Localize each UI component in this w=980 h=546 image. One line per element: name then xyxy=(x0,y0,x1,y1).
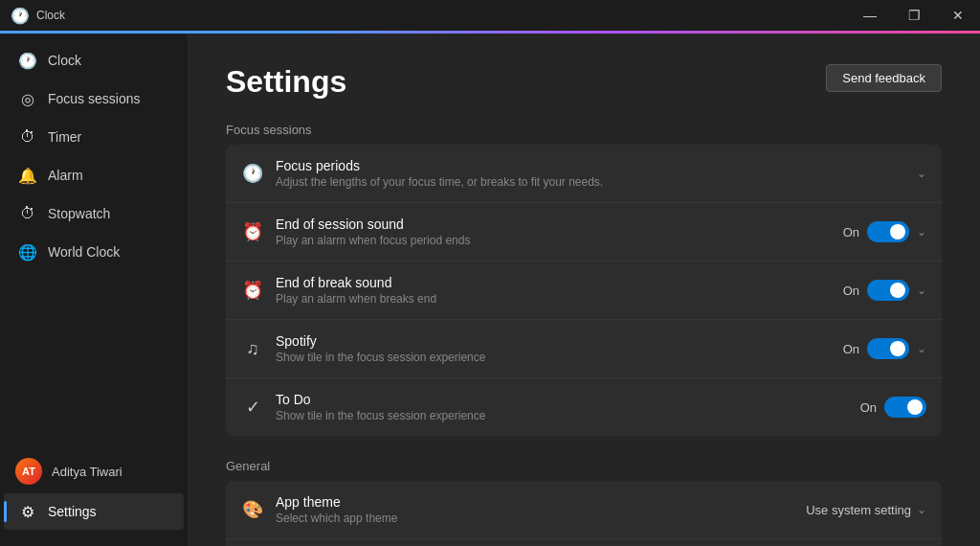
spotify-control: On ⌄ xyxy=(843,338,926,359)
timer-icon: ⏱ xyxy=(19,128,36,146)
todo-control: On xyxy=(860,397,926,418)
alarm-icon: 🔔 xyxy=(19,167,36,184)
app-theme-title: App theme xyxy=(276,494,794,510)
end-break-toggle-label: On xyxy=(843,284,859,298)
sidebar-item-label: World Clock xyxy=(48,244,120,260)
sidebar-item-label: Alarm xyxy=(48,168,83,183)
sidebar-item-label: Timer xyxy=(48,129,81,145)
settings-icon: ⚙ xyxy=(19,503,36,520)
focus-periods-icon: 🕐 xyxy=(241,162,264,185)
app-theme-control: Use system setting ⌄ xyxy=(806,503,926,517)
todo-title: To Do xyxy=(276,392,849,407)
focus-sessions-label: Focus sessions xyxy=(226,123,942,137)
end-session-toggle-knob xyxy=(890,224,905,239)
end-session-sound-control: On ⌄ xyxy=(843,221,926,242)
stopwatch-icon: ⏱ xyxy=(19,205,36,222)
focus-sessions-icon: ◎ xyxy=(19,90,36,107)
end-break-sound-title: End of break sound xyxy=(276,275,832,290)
end-session-chevron[interactable]: ⌄ xyxy=(917,225,926,239)
focus-periods-control: ⌄ xyxy=(917,167,926,180)
spotify-icon: ♫ xyxy=(241,337,264,360)
end-break-sound-control: On ⌄ xyxy=(843,280,926,301)
end-session-toggle[interactable] xyxy=(867,221,909,242)
close-button[interactable]: ✕ xyxy=(936,0,980,31)
sidebar-item-label: Focus sessions xyxy=(48,91,140,106)
sidebar-item-world-clock[interactable]: 🌐 World Clock xyxy=(4,234,184,270)
todo-toggle[interactable] xyxy=(884,397,926,418)
user-item[interactable]: AT Aditya Tiwari xyxy=(0,450,188,492)
spotify-desc: Show tile in the focus session experienc… xyxy=(276,351,832,364)
title-bar: 🕐 Clock — ❐ ✕ xyxy=(0,0,980,31)
general-label: General xyxy=(226,459,942,473)
end-break-sound-row: ⏰ End of break sound Play an alarm when … xyxy=(226,262,942,320)
spotify-toggle[interactable] xyxy=(867,338,909,359)
focus-periods-desc: Adjust the lengths of your focus time, o… xyxy=(276,175,905,189)
end-break-toggle[interactable] xyxy=(867,280,909,301)
focus-periods-title: Focus periods xyxy=(276,158,905,173)
focus-periods-row[interactable]: 🕐 Focus periods Adjust the lengths of yo… xyxy=(226,145,942,203)
title-bar-controls: — ❐ ✕ xyxy=(848,0,980,31)
focus-sessions-group: 🕐 Focus periods Adjust the lengths of yo… xyxy=(226,145,942,436)
minimize-button[interactable]: — xyxy=(848,0,892,31)
sidebar-item-label: Clock xyxy=(48,53,81,68)
end-session-sound-text: End of session sound Play an alarm when … xyxy=(276,216,832,247)
focus-periods-text: Focus periods Adjust the lengths of your… xyxy=(276,158,905,189)
sidebar-item-settings[interactable]: ⚙ Settings xyxy=(4,493,184,530)
app-theme-desc: Select which app theme xyxy=(276,512,794,525)
title-bar-left: 🕐 Clock xyxy=(11,7,65,24)
send-feedback-button[interactable]: Send feedback xyxy=(826,64,942,92)
todo-toggle-knob xyxy=(907,399,923,415)
end-session-sound-title: End of session sound xyxy=(276,216,832,232)
todo-row: ✓ To Do Show tile in the focus session e… xyxy=(226,378,942,436)
maximize-button[interactable]: ❐ xyxy=(892,0,936,31)
app-theme-dropdown-value: Use system setting xyxy=(806,503,911,517)
spotify-toggle-knob xyxy=(890,341,905,356)
notifications-row: 🔔 Notifications Modify your notification… xyxy=(226,539,942,546)
sidebar-item-stopwatch[interactable]: ⏱ Stopwatch xyxy=(4,195,184,232)
app-layout: 🕐 Clock ◎ Focus sessions ⏱ Timer 🔔 Alarm… xyxy=(0,34,980,546)
spotify-chevron[interactable]: ⌄ xyxy=(917,342,926,355)
user-avatar: AT xyxy=(15,458,42,485)
sidebar-item-alarm[interactable]: 🔔 Alarm xyxy=(4,157,184,193)
end-session-toggle-label: On xyxy=(843,225,859,239)
app-theme-dropdown[interactable]: Use system setting ⌄ xyxy=(806,503,926,517)
user-name: Aditya Tiwari xyxy=(52,465,122,479)
sidebar-bottom: AT Aditya Tiwari ⚙ Settings xyxy=(0,443,188,538)
sidebar-item-timer[interactable]: ⏱ Timer xyxy=(4,119,184,155)
title-bar-title: Clock xyxy=(36,9,65,22)
end-break-chevron[interactable]: ⌄ xyxy=(917,284,926,297)
app-theme-icon: 🎨 xyxy=(241,498,264,521)
end-break-sound-desc: Play an alarm when breaks end xyxy=(276,292,832,306)
end-break-toggle-knob xyxy=(890,283,905,298)
spotify-row: ♫ Spotify Show tile in the focus session… xyxy=(226,320,942,378)
end-break-sound-icon: ⏰ xyxy=(241,279,264,302)
todo-toggle-label: On xyxy=(860,400,877,415)
spotify-title: Spotify xyxy=(276,333,832,349)
clock-icon: 🕐 xyxy=(19,52,36,69)
end-session-sound-icon: ⏰ xyxy=(241,220,264,243)
todo-icon: ✓ xyxy=(241,396,264,419)
app-theme-chevron-icon: ⌄ xyxy=(917,503,926,516)
todo-desc: Show tile in the focus session experienc… xyxy=(276,409,849,422)
end-session-sound-row: ⏰ End of session sound Play an alarm whe… xyxy=(226,203,942,262)
app-theme-row: 🎨 App theme Select which app theme Use s… xyxy=(226,481,942,539)
app-icon: 🕐 xyxy=(11,7,29,24)
main-content: Settings Send feedback Focus sessions 🕐 … xyxy=(188,34,980,546)
general-group: 🎨 App theme Select which app theme Use s… xyxy=(226,481,942,546)
app-theme-text: App theme Select which app theme xyxy=(276,494,794,525)
todo-text: To Do Show tile in the focus session exp… xyxy=(276,392,849,422)
spotify-text: Spotify Show tile in the focus session e… xyxy=(276,333,832,364)
focus-periods-chevron[interactable]: ⌄ xyxy=(917,167,926,180)
sidebar-item-label: Stopwatch xyxy=(48,206,110,221)
world-clock-icon: 🌐 xyxy=(19,243,36,261)
sidebar-item-clock[interactable]: 🕐 Clock xyxy=(4,42,184,79)
sidebar-item-focus-sessions[interactable]: ◎ Focus sessions xyxy=(4,80,184,117)
sidebar: 🕐 Clock ◎ Focus sessions ⏱ Timer 🔔 Alarm… xyxy=(0,34,188,546)
sidebar-item-label: Settings xyxy=(48,504,97,519)
spotify-toggle-label: On xyxy=(843,342,859,356)
end-session-sound-desc: Play an alarm when focus period ends xyxy=(276,234,832,247)
end-break-sound-text: End of break sound Play an alarm when br… xyxy=(276,275,832,306)
